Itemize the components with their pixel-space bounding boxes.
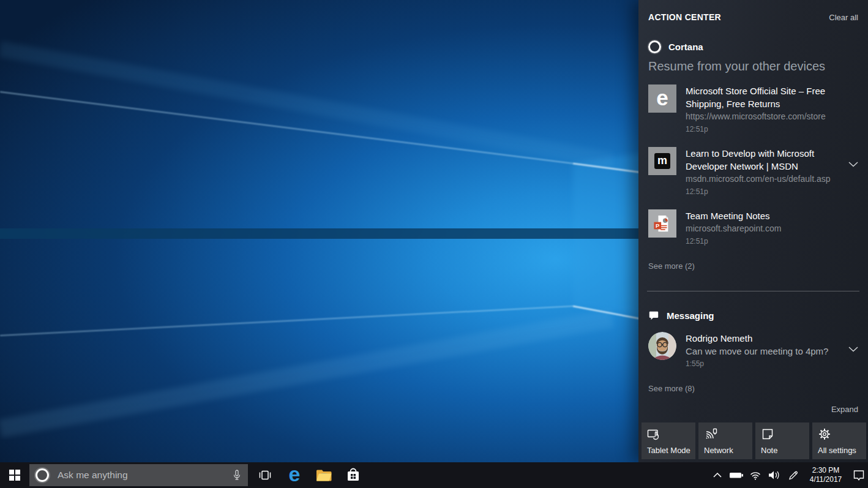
microphone-icon[interactable] xyxy=(231,469,243,484)
message-item[interactable]: Rodrigo Nemeth Can we move our meeting t… xyxy=(648,332,858,369)
notification-title: Learn to Develop with Microsoft Develope… xyxy=(686,147,837,173)
messaging-section-header[interactable]: Messaging xyxy=(648,310,858,321)
notification-time: 12:51p xyxy=(686,186,837,197)
volume-tray-button[interactable] xyxy=(765,462,784,488)
file-explorer-button[interactable] xyxy=(309,462,339,488)
windows-logo-icon xyxy=(9,470,20,481)
svg-text:P: P xyxy=(656,223,659,229)
note-icon xyxy=(761,427,774,443)
section-divider xyxy=(647,291,859,291)
action-center-content: ACTION CENTER Clear all Cortana Resume f… xyxy=(638,0,868,462)
pen-tray-button[interactable] xyxy=(784,462,803,488)
chevron-up-icon xyxy=(713,473,722,478)
notification-body: Team Meeting Notes microsoft.sharepoint.… xyxy=(686,209,781,247)
chevron-down-icon[interactable] xyxy=(848,162,858,167)
cortana-section-header[interactable]: Cortana xyxy=(648,40,858,53)
edge-taskbar-button[interactable]: e xyxy=(280,462,309,488)
quick-action-label: Tablet Mode xyxy=(647,446,690,455)
taskbar: e xyxy=(0,462,868,488)
notification-time: 12:51p xyxy=(686,124,837,135)
notification-body: Microsoft Store Official Site – Free Shi… xyxy=(686,84,837,135)
action-center-header: ACTION CENTER Clear all xyxy=(648,12,858,22)
message-text: Can we move our meeting to 4pm? xyxy=(686,345,828,358)
action-center-title: ACTION CENTER xyxy=(648,12,721,22)
pen-icon xyxy=(787,469,799,481)
desktop-screen: ACTION CENTER Clear all Cortana Resume f… xyxy=(0,0,868,488)
see-more-cortana-link[interactable]: See more (2) xyxy=(648,261,695,271)
tray-clock[interactable]: 2:30 PM 4/11/2017 xyxy=(805,466,847,484)
clear-all-button[interactable]: Clear all xyxy=(829,13,858,22)
store-icon xyxy=(346,468,361,482)
quick-action-all-settings[interactable]: All settings xyxy=(812,422,866,459)
see-more-messaging-link[interactable]: See more (8) xyxy=(648,384,695,393)
edge-icon xyxy=(648,84,676,113)
notification-url: microsoft.sharepoint.com xyxy=(686,222,781,235)
action-center-panel: ACTION CENTER Clear all Cortana Resume f… xyxy=(638,0,868,462)
wifi-tray-button[interactable] xyxy=(746,462,765,488)
messaging-app-name: Messaging xyxy=(667,310,714,321)
resume-heading: Resume from your other devices xyxy=(648,59,858,73)
cortana-notifications: Microsoft Store Official Site – Free Shi… xyxy=(648,84,858,247)
settings-gear-icon xyxy=(818,427,831,443)
message-time: 1:55p xyxy=(686,358,828,369)
wifi-icon xyxy=(749,470,761,480)
notification-item-meeting-notes[interactable]: P Team Meeting Notes microsoft.sharepoin… xyxy=(648,209,858,247)
task-view-icon xyxy=(258,468,272,482)
clock-date: 4/11/2017 xyxy=(805,475,847,484)
search-input[interactable] xyxy=(56,464,227,486)
action-center-tray-button[interactable] xyxy=(849,462,868,488)
expand-row: Expand xyxy=(648,404,858,415)
avatar xyxy=(648,332,676,360)
notification-url: https://www.microsoftstore.com/store xyxy=(686,110,837,123)
quick-action-note[interactable]: Note xyxy=(755,422,809,459)
quick-action-network[interactable]: Network xyxy=(698,422,752,459)
taskbar-app-icons: e xyxy=(250,462,368,488)
battery-icon xyxy=(729,471,744,479)
msdn-icon xyxy=(648,147,676,175)
quick-action-label: Note xyxy=(761,446,777,455)
network-icon xyxy=(704,427,719,443)
folder-icon xyxy=(316,469,332,482)
quick-action-label: All settings xyxy=(818,446,856,455)
notification-time: 12:51p xyxy=(686,236,781,247)
notification-title: Microsoft Store Official Site – Free Shi… xyxy=(686,84,837,110)
chevron-down-icon[interactable] xyxy=(848,347,858,352)
expand-link[interactable]: Expand xyxy=(831,405,858,414)
tablet-mode-icon xyxy=(647,427,662,443)
quick-action-tablet-mode[interactable]: Tablet Mode xyxy=(642,422,695,459)
system-tray: 2:30 PM 4/11/2017 xyxy=(708,462,868,488)
task-view-button[interactable] xyxy=(250,462,280,488)
cortana-app-name: Cortana xyxy=(668,42,703,52)
messaging-icon xyxy=(648,310,659,321)
taskbar-search xyxy=(29,464,248,486)
tray-expand-button[interactable] xyxy=(708,462,727,488)
notification-url: msdn.microsoft.com/en-us/default.asp xyxy=(686,173,837,186)
message-body: Rodrigo Nemeth Can we move our meeting t… xyxy=(686,332,828,369)
battery-tray-button[interactable] xyxy=(727,462,746,488)
start-button[interactable] xyxy=(0,462,29,488)
action-center-icon xyxy=(853,469,865,481)
message-sender: Rodrigo Nemeth xyxy=(686,332,828,345)
microsoft-store-button[interactable] xyxy=(339,462,368,488)
quick-action-label: Network xyxy=(704,446,733,455)
powerpoint-icon: P xyxy=(648,209,676,238)
cortana-search-icon xyxy=(36,468,49,482)
edge-icon: e xyxy=(289,464,301,484)
msdn-icon-glyph xyxy=(654,153,670,169)
notification-item-msdn[interactable]: Learn to Develop with Microsoft Develope… xyxy=(648,147,858,197)
cortana-icon xyxy=(648,40,661,53)
notification-item-store[interactable]: Microsoft Store Official Site – Free Shi… xyxy=(648,84,858,135)
powerpoint-doc-glyph: P xyxy=(653,214,672,233)
notification-title: Team Meeting Notes xyxy=(686,209,781,222)
quick-actions: Tablet Mode Network xyxy=(638,422,868,459)
notification-body: Learn to Develop with Microsoft Develope… xyxy=(686,147,837,197)
clock-time: 2:30 PM xyxy=(805,466,847,475)
speaker-icon xyxy=(768,470,781,480)
